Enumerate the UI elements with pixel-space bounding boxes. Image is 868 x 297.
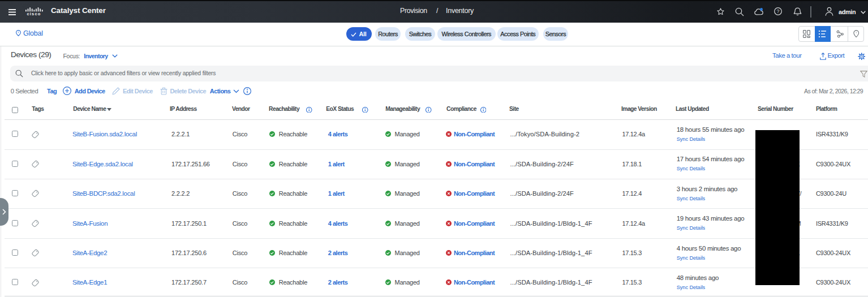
svg-text:?: ? xyxy=(777,8,780,14)
